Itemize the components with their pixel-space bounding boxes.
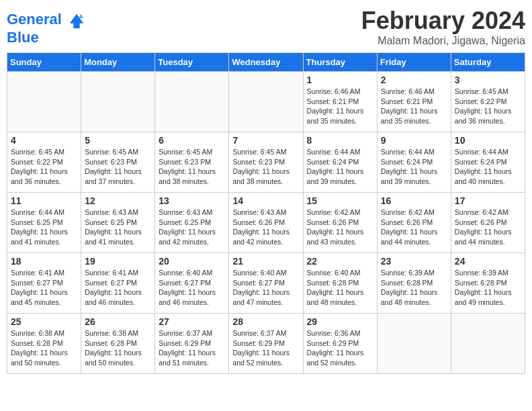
calendar-cell: 13Sunrise: 6:43 AM Sunset: 6:25 PM Dayli… [155, 193, 229, 253]
day-header-saturday: Saturday [451, 53, 525, 72]
day-number: 16 [381, 195, 447, 206]
day-info: Sunrise: 6:36 AM Sunset: 6:29 PM Dayligh… [307, 328, 373, 368]
calendar-cell: 23Sunrise: 6:39 AM Sunset: 6:28 PM Dayli… [377, 253, 451, 314]
day-header-wednesday: Wednesday [229, 53, 303, 72]
calendar-cell: 4Sunrise: 6:45 AM Sunset: 6:22 PM Daylig… [7, 132, 81, 193]
calendar-week-1: 1Sunrise: 6:46 AM Sunset: 6:21 PM Daylig… [7, 72, 525, 132]
day-number: 23 [381, 256, 447, 267]
day-info: Sunrise: 6:45 AM Sunset: 6:23 PM Dayligh… [232, 147, 299, 187]
calendar-cell: 20Sunrise: 6:40 AM Sunset: 6:27 PM Dayli… [155, 253, 229, 314]
calendar-cell: 8Sunrise: 6:44 AM Sunset: 6:24 PM Daylig… [303, 132, 377, 193]
day-info: Sunrise: 6:42 AM Sunset: 6:26 PM Dayligh… [307, 208, 373, 247]
calendar-week-5: 25Sunrise: 6:38 AM Sunset: 6:28 PM Dayli… [7, 314, 525, 374]
day-info: Sunrise: 6:41 AM Sunset: 6:27 PM Dayligh… [85, 268, 151, 308]
calendar-week-2: 4Sunrise: 6:45 AM Sunset: 6:22 PM Daylig… [7, 132, 525, 193]
calendar-cell [81, 72, 155, 132]
day-number: 29 [307, 316, 373, 327]
day-info: Sunrise: 6:42 AM Sunset: 6:26 PM Dayligh… [455, 208, 521, 247]
day-number: 9 [381, 135, 447, 146]
day-number: 13 [159, 195, 225, 206]
logo: General Blue [7, 11, 86, 46]
day-header-tuesday: Tuesday [155, 53, 229, 72]
calendar-cell: 22Sunrise: 6:40 AM Sunset: 6:28 PM Dayli… [303, 253, 377, 314]
day-info: Sunrise: 6:46 AM Sunset: 6:21 PM Dayligh… [381, 87, 447, 126]
calendar-cell: 18Sunrise: 6:41 AM Sunset: 6:27 PM Dayli… [7, 253, 81, 314]
day-info: Sunrise: 6:38 AM Sunset: 6:28 PM Dayligh… [11, 328, 77, 368]
day-info: Sunrise: 6:40 AM Sunset: 6:27 PM Dayligh… [232, 268, 299, 308]
calendar-cell: 6Sunrise: 6:45 AM Sunset: 6:23 PM Daylig… [155, 132, 229, 193]
day-info: Sunrise: 6:45 AM Sunset: 6:22 PM Dayligh… [11, 147, 77, 187]
day-info: Sunrise: 6:39 AM Sunset: 6:28 PM Dayligh… [381, 268, 447, 308]
day-info: Sunrise: 6:41 AM Sunset: 6:27 PM Dayligh… [11, 268, 77, 308]
day-header-thursday: Thursday [303, 53, 377, 72]
calendar-week-4: 18Sunrise: 6:41 AM Sunset: 6:27 PM Dayli… [7, 253, 525, 314]
calendar-cell: 11Sunrise: 6:44 AM Sunset: 6:25 PM Dayli… [7, 193, 81, 253]
day-info: Sunrise: 6:42 AM Sunset: 6:26 PM Dayligh… [381, 208, 447, 247]
day-info: Sunrise: 6:43 AM Sunset: 6:25 PM Dayligh… [159, 208, 225, 247]
logo-text: General [7, 11, 86, 30]
day-number: 24 [455, 256, 521, 267]
calendar-cell [377, 314, 451, 374]
day-number: 2 [381, 75, 447, 85]
day-info: Sunrise: 6:37 AM Sunset: 6:29 PM Dayligh… [159, 328, 225, 368]
calendar-cell: 9Sunrise: 6:44 AM Sunset: 6:24 PM Daylig… [377, 132, 451, 193]
day-info: Sunrise: 6:40 AM Sunset: 6:27 PM Dayligh… [159, 268, 225, 308]
day-info: Sunrise: 6:44 AM Sunset: 6:24 PM Dayligh… [307, 147, 373, 187]
day-info: Sunrise: 6:39 AM Sunset: 6:28 PM Dayligh… [455, 268, 521, 308]
day-number: 1 [307, 75, 373, 85]
calendar-cell: 27Sunrise: 6:37 AM Sunset: 6:29 PM Dayli… [155, 314, 229, 374]
day-header-monday: Monday [81, 53, 155, 72]
calendar-cell: 28Sunrise: 6:37 AM Sunset: 6:29 PM Dayli… [229, 314, 303, 374]
calendar-cell: 2Sunrise: 6:46 AM Sunset: 6:21 PM Daylig… [377, 72, 451, 132]
day-number: 27 [159, 316, 225, 327]
day-number: 21 [232, 256, 299, 267]
day-number: 4 [11, 135, 77, 146]
day-info: Sunrise: 6:45 AM Sunset: 6:23 PM Dayligh… [159, 147, 225, 187]
day-number: 3 [455, 75, 521, 85]
day-number: 26 [85, 316, 151, 327]
title-area: February 2024 Malam Madori, Jigawa, Nige… [361, 7, 525, 47]
day-number: 5 [85, 135, 151, 146]
day-info: Sunrise: 6:37 AM Sunset: 6:29 PM Dayligh… [232, 328, 299, 368]
calendar-cell: 14Sunrise: 6:43 AM Sunset: 6:26 PM Dayli… [229, 193, 303, 253]
day-info: Sunrise: 6:44 AM Sunset: 6:24 PM Dayligh… [455, 147, 521, 187]
day-number: 19 [85, 256, 151, 267]
calendar-cell: 7Sunrise: 6:45 AM Sunset: 6:23 PM Daylig… [229, 132, 303, 193]
day-number: 10 [455, 135, 521, 146]
calendar-cell: 21Sunrise: 6:40 AM Sunset: 6:27 PM Dayli… [229, 253, 303, 314]
calendar-table: SundayMondayTuesdayWednesdayThursdayFrid… [7, 52, 525, 374]
calendar-cell: 26Sunrise: 6:38 AM Sunset: 6:28 PM Dayli… [81, 314, 155, 374]
day-number: 22 [307, 256, 373, 267]
day-number: 12 [85, 195, 151, 206]
calendar-header-row: SundayMondayTuesdayWednesdayThursdayFrid… [7, 53, 525, 72]
page-header: General Blue February 2024 Malam Madori,… [7, 7, 525, 47]
calendar-cell: 15Sunrise: 6:42 AM Sunset: 6:26 PM Dayli… [303, 193, 377, 253]
location-subtitle: Malam Madori, Jigawa, Nigeria [361, 35, 525, 47]
calendar-cell: 12Sunrise: 6:43 AM Sunset: 6:25 PM Dayli… [81, 193, 155, 253]
calendar-cell: 5Sunrise: 6:45 AM Sunset: 6:23 PM Daylig… [81, 132, 155, 193]
day-info: Sunrise: 6:43 AM Sunset: 6:25 PM Dayligh… [85, 208, 151, 247]
day-number: 11 [11, 195, 77, 206]
calendar-cell: 1Sunrise: 6:46 AM Sunset: 6:21 PM Daylig… [303, 72, 377, 132]
day-header-sunday: Sunday [7, 53, 81, 72]
day-number: 8 [307, 135, 373, 146]
calendar-cell: 17Sunrise: 6:42 AM Sunset: 6:26 PM Dayli… [451, 193, 525, 253]
calendar-cell: 10Sunrise: 6:44 AM Sunset: 6:24 PM Dayli… [451, 132, 525, 193]
calendar-cell: 24Sunrise: 6:39 AM Sunset: 6:28 PM Dayli… [451, 253, 525, 314]
calendar-cell [229, 72, 303, 132]
day-number: 18 [11, 256, 77, 267]
day-number: 20 [159, 256, 225, 267]
day-header-friday: Friday [377, 53, 451, 72]
day-info: Sunrise: 6:45 AM Sunset: 6:23 PM Dayligh… [85, 147, 151, 187]
day-info: Sunrise: 6:44 AM Sunset: 6:25 PM Dayligh… [11, 208, 77, 247]
calendar-cell: 3Sunrise: 6:45 AM Sunset: 6:22 PM Daylig… [451, 72, 525, 132]
calendar-cell: 29Sunrise: 6:36 AM Sunset: 6:29 PM Dayli… [303, 314, 377, 374]
day-info: Sunrise: 6:38 AM Sunset: 6:28 PM Dayligh… [85, 328, 151, 368]
day-number: 17 [455, 195, 521, 206]
day-info: Sunrise: 6:46 AM Sunset: 6:21 PM Dayligh… [307, 87, 373, 126]
day-number: 6 [159, 135, 225, 146]
calendar-cell: 19Sunrise: 6:41 AM Sunset: 6:27 PM Dayli… [81, 253, 155, 314]
logo-text2: Blue [7, 30, 86, 46]
day-info: Sunrise: 6:40 AM Sunset: 6:28 PM Dayligh… [307, 268, 373, 308]
svg-marker-1 [79, 14, 83, 19]
